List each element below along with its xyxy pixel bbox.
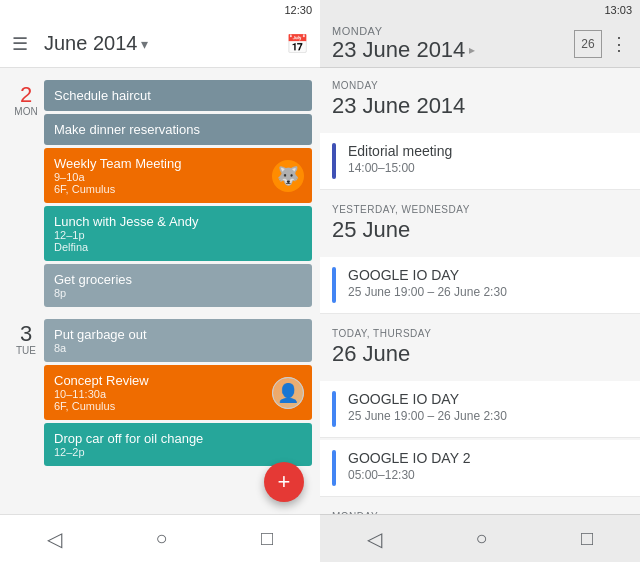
day-events-2: Schedule haircut Make dinner reservation… <box>44 80 312 307</box>
left-status-bar: 12:30 <box>0 0 320 20</box>
date-group-date: 26 June <box>332 341 628 367</box>
date-group-label: YESTERDAY, WEDNESDAY <box>332 204 628 215</box>
dropdown-icon[interactable]: ▾ <box>141 36 148 52</box>
right-day-label: MONDAY <box>332 25 574 37</box>
right-status-bar: 13:03 <box>320 0 640 20</box>
event-schedule-haircut[interactable]: Schedule haircut <box>44 80 312 111</box>
menu-icon[interactable]: ☰ <box>12 33 28 55</box>
right-event-google-io-1[interactable]: GOOGLE IO DAY 25 June 19:00 – 26 June 2:… <box>320 257 640 314</box>
day-name-2: Mon <box>14 106 37 117</box>
date-group-23-june: MONDAY 23 June 2014 <box>320 68 640 133</box>
day-badge[interactable]: 26 <box>574 30 602 58</box>
event-location: Delfina <box>54 241 302 253</box>
event-time: 25 June 19:00 – 26 June 2:30 <box>348 409 628 423</box>
calendar-icon[interactable]: 📅 <box>286 33 308 55</box>
event-title: GOOGLE IO DAY 2 <box>348 450 628 466</box>
day-name-3: Tue <box>16 345 36 356</box>
right-nav-bar: ◁ ○ □ <box>320 514 640 562</box>
day-events-3: Put garbage out 8a Concept Review 10–11:… <box>44 319 312 466</box>
event-title: Get groceries <box>54 272 302 287</box>
date-group-label: TODAY, THURSDAY <box>332 328 628 339</box>
nav-home-icon[interactable]: ○ <box>155 527 167 550</box>
day-label-3: 3 Tue <box>8 319 44 466</box>
event-time: 8p <box>54 287 302 299</box>
event-title: Weekly Team Meeting <box>54 156 264 171</box>
right-panel: 13:03 MONDAY 23 June 2014 ▸ 26 ⋮ MONDAY … <box>320 0 640 562</box>
event-stripe <box>332 450 336 486</box>
event-info: GOOGLE IO DAY 25 June 19:00 – 26 June 2:… <box>348 267 628 299</box>
month-title-container[interactable]: June 2014 ▾ <box>44 32 286 55</box>
event-time: 9–10a <box>54 171 264 183</box>
fab-add-event[interactable]: + <box>264 462 304 502</box>
event-put-garbage[interactable]: Put garbage out 8a <box>44 319 312 362</box>
event-info: GOOGLE IO DAY 25 June 19:00 – 26 June 2:… <box>348 391 628 423</box>
left-nav-bar: ◁ ○ □ <box>0 514 320 562</box>
event-stripe <box>332 267 336 303</box>
event-drop-car[interactable]: Drop car off for oil change 12–2p <box>44 423 312 466</box>
date-group-26-june: TODAY, THURSDAY 26 June <box>320 316 640 381</box>
right-header-left: MONDAY 23 June 2014 ▸ <box>332 25 574 63</box>
left-status-time: 12:30 <box>284 4 312 16</box>
event-stripe <box>332 391 336 427</box>
event-weekly-team[interactable]: Weekly Team Meeting 9–10a 6F, Cumulus 🐺 <box>44 148 312 203</box>
right-nav-back-icon[interactable]: ◁ <box>367 527 382 551</box>
day-label-2: 2 Mon <box>8 80 44 307</box>
day-section-3: 3 Tue Put garbage out 8a Concept Review … <box>0 315 320 470</box>
event-title: GOOGLE IO DAY <box>348 267 628 283</box>
right-status-time: 13:03 <box>604 4 632 16</box>
day-section-2: 2 Mon Schedule haircut Make dinner reser… <box>0 76 320 311</box>
event-time: 12–2p <box>54 446 302 458</box>
event-time: 10–11:30a <box>54 388 264 400</box>
event-location: 6F, Cumulus <box>54 183 264 195</box>
event-stripe <box>332 143 336 179</box>
event-time: 8a <box>54 342 302 354</box>
event-get-groceries[interactable]: Get groceries 8p <box>44 264 312 307</box>
month-title-text: June 2014 <box>44 32 137 55</box>
right-event-google-io-day2[interactable]: GOOGLE IO DAY 2 05:00–12:30 <box>320 440 640 497</box>
event-title: Put garbage out <box>54 327 302 342</box>
event-make-dinner[interactable]: Make dinner reservations <box>44 114 312 145</box>
date-group-label: MONDAY <box>332 80 628 91</box>
day-number-2: 2 <box>20 84 32 106</box>
event-title: Lunch with Jesse & Andy <box>54 214 302 229</box>
right-nav-recents-icon[interactable]: □ <box>581 527 593 550</box>
event-title: Schedule haircut <box>54 88 302 103</box>
nav-recents-icon[interactable]: □ <box>261 527 273 550</box>
event-title: Concept Review <box>54 373 264 388</box>
event-title: Drop car off for oil change <box>54 431 302 446</box>
right-date-value: 23 June 2014 <box>332 37 465 63</box>
event-info: Editorial meeting 14:00–15:00 <box>348 143 628 175</box>
event-time: 14:00–15:00 <box>348 161 628 175</box>
day-number-3: 3 <box>20 323 32 345</box>
event-title: Make dinner reservations <box>54 122 302 137</box>
left-header: ☰ June 2014 ▾ 📅 <box>0 20 320 68</box>
left-panel: 12:30 ☰ June 2014 ▾ 📅 2 Mon Schedule hai… <box>0 0 320 562</box>
right-header-icons: 26 ⋮ <box>574 30 628 58</box>
right-event-google-io-2[interactable]: GOOGLE IO DAY 25 June 19:00 – 26 June 2:… <box>320 381 640 438</box>
date-group-date: 25 June <box>332 217 628 243</box>
event-concept-review[interactable]: Concept Review 10–11:30a 6F, Cumulus 👤 <box>44 365 312 420</box>
right-nav-home-icon[interactable]: ○ <box>475 527 487 550</box>
left-content: 2 Mon Schedule haircut Make dinner reser… <box>0 68 320 514</box>
event-location: 6F, Cumulus <box>54 400 264 412</box>
event-title: Editorial meeting <box>348 143 628 159</box>
event-title: GOOGLE IO DAY <box>348 391 628 407</box>
date-group-date: 23 June 2014 <box>332 93 628 119</box>
event-info: GOOGLE IO DAY 2 05:00–12:30 <box>348 450 628 482</box>
nav-back-icon[interactable]: ◁ <box>47 527 62 551</box>
more-options-icon[interactable]: ⋮ <box>610 33 628 55</box>
event-time: 05:00–12:30 <box>348 468 628 482</box>
event-time: 12–1p <box>54 229 302 241</box>
event-lunch-jesse[interactable]: Lunch with Jesse & Andy 12–1p Delfina <box>44 206 312 261</box>
date-group-30-june: MONDAY 30 June <box>320 499 640 514</box>
right-header: MONDAY 23 June 2014 ▸ 26 ⋮ <box>320 20 640 68</box>
event-avatar-animal: 🐺 <box>272 160 304 192</box>
right-date-text: 23 June 2014 ▸ <box>332 37 574 63</box>
right-content: MONDAY 23 June 2014 Editorial meeting 14… <box>320 68 640 514</box>
event-time: 25 June 19:00 – 26 June 2:30 <box>348 285 628 299</box>
event-avatar-person: 👤 <box>272 377 304 409</box>
right-event-editorial-1[interactable]: Editorial meeting 14:00–15:00 <box>320 133 640 190</box>
right-date-triangle: ▸ <box>469 43 475 57</box>
date-group-25-june: YESTERDAY, WEDNESDAY 25 June <box>320 192 640 257</box>
